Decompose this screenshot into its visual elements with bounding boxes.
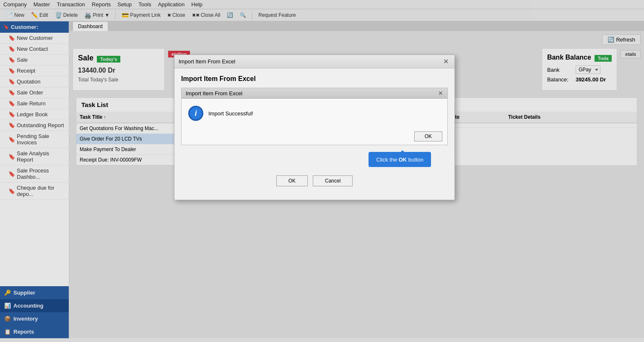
inner-ok-button[interactable]: OK (414, 131, 442, 141)
outer-modal-title-label: Import Item From Excel (179, 58, 235, 65)
inner-modal-close-button[interactable]: ✕ (438, 90, 443, 97)
callout-prefix: Click the (376, 157, 398, 163)
inner-modal-title-label: Import Item From Excel (186, 90, 242, 97)
outer-cancel-button[interactable]: Cancel (313, 175, 353, 186)
outer-modal-heading: Import Item From Excel (181, 75, 448, 83)
import-excel-outer-modal: Import Item From Excel ✕ Import Item Fro… (174, 55, 455, 200)
outer-modal-footer: OK Cancel (181, 170, 448, 193)
inner-modal-titlebar: Import Item From Excel ✕ (182, 88, 447, 99)
inner-modal-ok-area: OK (182, 128, 447, 145)
outer-modal-titlebar: Import Item From Excel ✕ (174, 55, 454, 68)
import-success-message: Import Successful! (208, 110, 253, 117)
inner-modal-body: i Import Successful! (182, 99, 447, 128)
outer-ok-button[interactable]: OK (276, 175, 308, 186)
info-icon: i (188, 106, 203, 121)
callout-tooltip: Click the OK button (369, 152, 431, 167)
outer-modal-body: Import Item From Excel Import Item From … (174, 68, 454, 200)
import-excel-inner-modal: Import Item From Excel ✕ i Import Succes… (181, 88, 448, 145)
outer-modal-close-button[interactable]: ✕ (441, 57, 450, 65)
callout-ok-text: OK (399, 157, 407, 163)
callout-suffix: button (407, 157, 423, 163)
